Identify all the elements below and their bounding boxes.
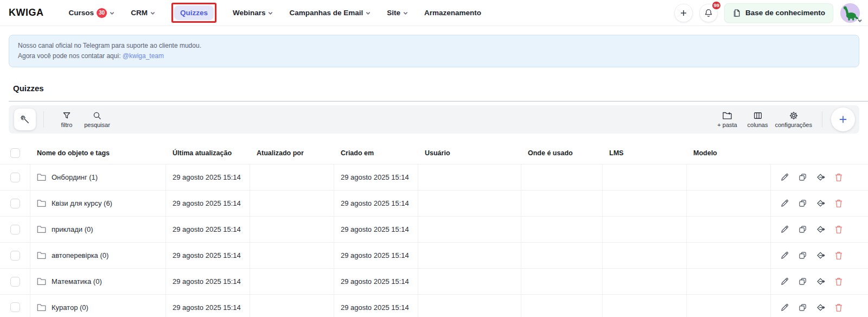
- title-divider: [9, 101, 868, 102]
- red-annotation-box: Quizzes: [171, 3, 216, 23]
- model-cell: [687, 295, 771, 317]
- nav-item-armazenamento[interactable]: Armazenamento: [424, 9, 481, 17]
- duplicate-button[interactable]: [798, 173, 807, 182]
- folder-name-cell[interactable]: Квізи для курсу (6): [30, 191, 166, 216]
- delete-button[interactable]: [834, 277, 843, 286]
- cursos-count-badge: 30: [97, 8, 107, 18]
- folder-name-cell[interactable]: приклади (0): [30, 217, 166, 242]
- edit-button[interactable]: [780, 225, 789, 234]
- nav-item-site[interactable]: Site: [387, 9, 408, 17]
- model-cell: [687, 269, 771, 294]
- move-button[interactable]: [816, 303, 826, 312]
- pencil-icon: [780, 225, 789, 234]
- row-checkbox[interactable]: [10, 173, 20, 182]
- knowledge-base-button[interactable]: Base de conhecimento: [724, 3, 833, 23]
- nav-item-quizzes[interactable]: Quizzes: [174, 5, 214, 20]
- edit-button[interactable]: [780, 173, 789, 182]
- created-cell: 29 agosto 2025 15:14: [334, 191, 418, 216]
- page-title: Quizzes: [13, 84, 44, 93]
- edit-button[interactable]: [780, 277, 789, 286]
- move-button[interactable]: [816, 225, 826, 234]
- add-folder-button[interactable]: + pasta: [712, 111, 743, 128]
- create-quiz-button[interactable]: [831, 107, 855, 131]
- edit-button[interactable]: [780, 251, 789, 260]
- row-checkbox[interactable]: [10, 199, 20, 208]
- move-diamond-arrow-icon: [816, 303, 826, 312]
- kwiga-team-link[interactable]: @kwiga_team: [123, 52, 164, 60]
- user-cell: [418, 191, 521, 216]
- add-button[interactable]: [674, 4, 693, 22]
- folder-name-cell[interactable]: Куратор (0): [30, 295, 166, 317]
- row-checkbox[interactable]: [10, 277, 20, 287]
- move-button[interactable]: [816, 173, 826, 182]
- duplicate-button[interactable]: [798, 199, 807, 208]
- delete-button[interactable]: [834, 225, 843, 234]
- banner-line2: Agora você pode nos contatar aqui: @kwig…: [18, 51, 850, 61]
- row-actions: [771, 269, 868, 294]
- user-avatar[interactable]: [840, 3, 860, 23]
- folder-name-cell[interactable]: Математика (0): [30, 269, 166, 294]
- notifications-count-badge: 99: [711, 1, 722, 10]
- nav-item-crm[interactable]: CRM: [131, 9, 155, 17]
- folder-name-cell[interactable]: автоперевірка (0): [30, 243, 166, 268]
- updated-by-cell: [250, 217, 334, 242]
- model-cell: [687, 243, 771, 268]
- edit-button[interactable]: [780, 303, 789, 312]
- settings-label: configurações: [775, 122, 813, 128]
- nav-item-campanhas-de-email[interactable]: Campanhas de Email: [289, 9, 371, 17]
- select-all-checkbox[interactable]: [10, 148, 20, 158]
- duplicate-button[interactable]: [798, 277, 807, 286]
- row-checkbox[interactable]: [10, 225, 20, 234]
- folder-name-cell[interactable]: Онбординг (1): [30, 164, 166, 190]
- column-header: Modelo: [687, 149, 771, 157]
- notifications-button[interactable]: 99: [699, 4, 718, 22]
- toolbar-divider: [43, 111, 44, 128]
- duplicate-button[interactable]: [798, 251, 807, 260]
- created-cell: 29 agosto 2025 15:14: [334, 243, 418, 268]
- table-row: приклади (0) 29 agosto 2025 15:14 29 ago…: [0, 216, 868, 242]
- chevron-down-icon: [268, 11, 273, 16]
- trash-icon: [834, 303, 843, 312]
- columns-icon: [753, 111, 763, 121]
- settings-button[interactable]: configurações: [773, 111, 815, 128]
- folder-icon: [37, 199, 46, 207]
- document-icon: [732, 9, 741, 17]
- filter-button[interactable]: filtro: [52, 111, 82, 128]
- delete-button[interactable]: [834, 303, 843, 312]
- columns-button[interactable]: colunas: [743, 111, 773, 128]
- row-checkbox[interactable]: [10, 302, 20, 312]
- nav-item-cursos[interactable]: Cursos 30: [69, 8, 115, 18]
- trash-icon: [834, 199, 843, 208]
- table-row: Квізи для курсу (6) 29 agosto 2025 15:14…: [0, 190, 868, 216]
- search-button[interactable]: pesquisar: [82, 111, 112, 128]
- row-checkbox[interactable]: [10, 251, 20, 261]
- nav-item-label: Campanhas de Email: [289, 9, 363, 17]
- lms-cell: [603, 164, 687, 190]
- delete-button[interactable]: [834, 251, 843, 260]
- move-button[interactable]: [816, 277, 826, 286]
- copy-icon: [798, 225, 807, 234]
- pencil-icon: [780, 303, 789, 312]
- delete-button[interactable]: [834, 173, 843, 182]
- move-button[interactable]: [816, 251, 826, 260]
- used-cell: [521, 191, 603, 216]
- nav-item-webinars[interactable]: Webinars: [233, 9, 273, 17]
- magic-wand-button[interactable]: [14, 109, 36, 130]
- telegram-notice-banner: Nosso canal oficial no Telegram para sup…: [9, 35, 859, 67]
- quizzes-table: Nome do objeto e tags Última atualização…: [0, 142, 868, 317]
- duplicate-button[interactable]: [798, 303, 807, 312]
- duplicate-button[interactable]: [798, 225, 807, 234]
- folder-icon: [37, 251, 46, 259]
- updated-by-cell: [250, 295, 334, 317]
- chevron-down-icon: [403, 11, 408, 16]
- user-cell: [418, 217, 521, 242]
- plus-icon: [839, 115, 847, 124]
- edit-button[interactable]: [780, 199, 789, 208]
- folder-plus-icon: [722, 111, 732, 121]
- updated-by-cell: [250, 164, 334, 190]
- delete-button[interactable]: [834, 199, 843, 208]
- updated-cell: 29 agosto 2025 15:14: [166, 191, 250, 216]
- move-button[interactable]: [816, 199, 826, 208]
- trash-icon: [834, 251, 843, 260]
- created-cell: 29 agosto 2025 15:14: [334, 295, 418, 317]
